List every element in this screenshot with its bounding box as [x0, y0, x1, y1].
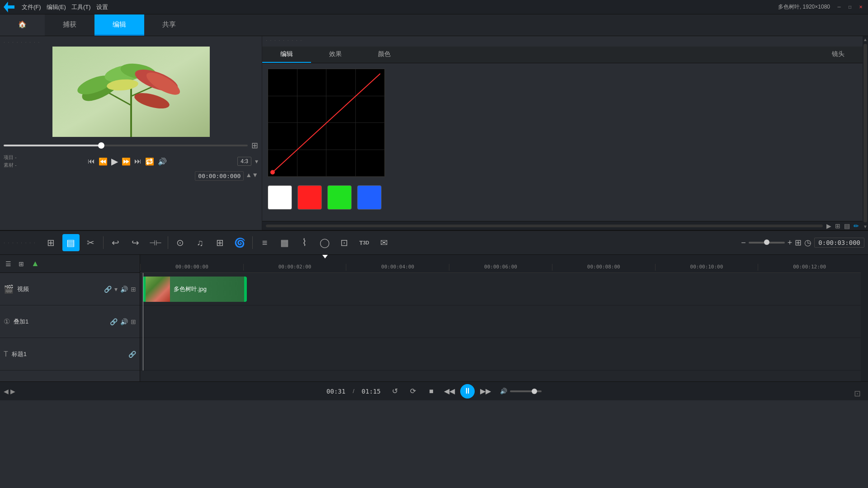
menu-tools[interactable]: 工具(T)	[71, 3, 91, 11]
zoom-out-button[interactable]: −	[741, 238, 746, 248]
prev-nav-button[interactable]: ◀	[4, 388, 9, 395]
effect-panel-prev-icon[interactable]: ▶	[826, 222, 831, 230]
3dtext-button[interactable]: T3D	[356, 234, 373, 251]
effects-button[interactable]: ⊙	[172, 234, 189, 251]
step-forward-button[interactable]: ⏩	[122, 157, 131, 166]
prev-frame-button[interactable]: ⏮	[88, 157, 95, 165]
tab-effect-effects[interactable]: 效果	[311, 47, 360, 63]
title-link-button[interactable]: 🔗	[128, 351, 136, 358]
list-view-button[interactable]: ☰	[4, 259, 13, 268]
video-hide-button[interactable]: ⊞	[131, 286, 136, 293]
tab-home[interactable]: 🏠	[0, 14, 45, 36]
tab-capture[interactable]: 捕获	[45, 14, 94, 36]
return-button[interactable]: ⟳	[406, 384, 420, 399]
video-link-chevron[interactable]: ▾	[114, 286, 118, 293]
tab-effect-color[interactable]: 颜色	[360, 47, 409, 63]
clip-right-handle[interactable]	[244, 277, 247, 302]
table-button[interactable]: ▦	[276, 234, 293, 251]
scroll-track[interactable]	[863, 44, 867, 222]
corner-icon[interactable]: ⊡	[854, 389, 861, 398]
next-nav-button[interactable]: ▶	[10, 388, 15, 395]
overlay-track-controls: 🔗 🔊 ⊞	[110, 318, 136, 325]
video-volume-button[interactable]: 🔊	[120, 286, 128, 293]
effect-panel-edit-icon[interactable]: ✏	[854, 222, 859, 230]
timeline-right-scrollbar[interactable]	[861, 255, 868, 381]
rewind-button[interactable]: ◀◀	[442, 384, 457, 399]
menu-file[interactable]: 文件(F)	[22, 3, 41, 11]
effect-panel-list-icon[interactable]: ▤	[844, 222, 850, 230]
redo-button[interactable]: ↪	[127, 234, 144, 251]
tab-edit[interactable]: 编辑	[94, 14, 144, 36]
motion-button[interactable]: ⌇	[296, 234, 313, 251]
video-preview	[52, 47, 210, 137]
share-btn[interactable]: ✉	[376, 234, 393, 251]
tab-effect-edit[interactable]: 编辑	[262, 47, 311, 63]
ruler-4: 00:00:08:00	[552, 264, 655, 271]
ruler-playhead[interactable]	[325, 255, 326, 272]
play-pause-button[interactable]: ⏸	[460, 384, 475, 399]
volume-slider[interactable]	[510, 390, 542, 392]
trim-button[interactable]: ⊣⊢	[147, 234, 164, 251]
video-clip[interactable]: 多色树叶.jpg	[143, 277, 247, 302]
volume-thumb[interactable]	[532, 389, 537, 394]
mask-button[interactable]: ◯	[316, 234, 333, 251]
minimize-button[interactable]: ─	[835, 4, 843, 11]
scroll-down-arrow[interactable]: ▼	[862, 223, 868, 230]
aspect-ratio-button[interactable]: 4:3	[237, 157, 251, 166]
overlay-link-button[interactable]: 🔗	[110, 318, 118, 325]
swatch-blue[interactable]	[357, 185, 382, 210]
aspect-chevron[interactable]: ▾	[255, 158, 258, 165]
fit-button[interactable]: ⊞	[795, 238, 802, 248]
effect-panel-grid-icon[interactable]: ⊞	[835, 222, 840, 230]
tab-effect-lens[interactable]: 镜头	[814, 47, 863, 63]
preview-progress-bar[interactable]	[4, 145, 248, 146]
step-back-button[interactable]: ⏪	[99, 157, 108, 166]
menu-edit[interactable]: 编辑(E)	[47, 3, 66, 11]
fast-forward-button[interactable]: ▶▶	[478, 384, 493, 399]
video-mode-button[interactable]: ⊞	[42, 234, 60, 251]
preview-timeline-bar[interactable]: ⊞	[4, 141, 258, 150]
app-logo-icon	[4, 2, 14, 13]
status-right: ⊡	[854, 389, 861, 399]
text-button[interactable]: ≡	[256, 234, 274, 251]
scroll-up-arrow[interactable]: ▲	[862, 36, 868, 43]
play-button[interactable]: ▶	[111, 156, 118, 167]
swatch-white[interactable]	[268, 185, 292, 210]
overlay-volume-button[interactable]: 🔊	[120, 318, 128, 325]
overlay-hide-button[interactable]: ⊞	[131, 318, 136, 325]
stop-button[interactable]: ■	[424, 384, 439, 399]
close-button[interactable]: ✕	[857, 4, 864, 11]
maximize-button[interactable]: □	[846, 4, 854, 11]
thumbnail-view-button[interactable]: ⊞	[17, 259, 26, 268]
swatch-red[interactable]	[297, 185, 322, 210]
transition-button[interactable]: 🌀	[231, 234, 249, 251]
toolbar-row: · · · · · · · · ⊞ ▤ ✂ ↩ ↪ ⊣⊢ ⊙ ♫ ⊞ 🌀 ≡ ▦…	[0, 230, 868, 255]
clip-left-handle[interactable]	[143, 277, 146, 302]
volume-icon[interactable]: 🔊	[500, 388, 507, 394]
loop-button[interactable]: ↺	[388, 384, 402, 399]
zoom-slider[interactable]	[749, 242, 785, 244]
toolbar-sep-1	[103, 236, 104, 249]
swatch-green[interactable]	[327, 185, 352, 210]
timecode-chevron[interactable]: ▲▼	[245, 171, 258, 181]
preview-timeline-thumb[interactable]	[98, 142, 104, 149]
next-frame-button[interactable]: ⏭	[134, 157, 142, 165]
effect-panel-scrollbar[interactable]: ▲ ▼	[863, 36, 868, 230]
add-track-button[interactable]: ▲	[29, 258, 41, 269]
volume-button[interactable]: 🔊	[158, 157, 167, 166]
mosaic-button[interactable]: ⊞	[212, 234, 229, 251]
video-link-button[interactable]: 🔗	[104, 286, 112, 293]
loop-button[interactable]: 🔁	[145, 157, 154, 166]
split-button[interactable]: ✂	[82, 234, 99, 251]
undo-button[interactable]: ↩	[107, 234, 124, 251]
curve-editor[interactable]	[268, 69, 385, 177]
zoom-in-button[interactable]: +	[788, 238, 793, 248]
effect-h-scrollbar[interactable]	[266, 225, 823, 227]
audio-button[interactable]: ♫	[192, 234, 209, 251]
tab-share[interactable]: 共享	[144, 14, 194, 36]
stabilize-button[interactable]: ⊡	[336, 234, 353, 251]
zoom-thumb[interactable]	[764, 239, 769, 245]
storyboard-button[interactable]: ▤	[62, 234, 80, 251]
menu-settings[interactable]: 设置	[96, 3, 108, 11]
fullscreen-icon[interactable]: ⊞	[251, 141, 258, 150]
